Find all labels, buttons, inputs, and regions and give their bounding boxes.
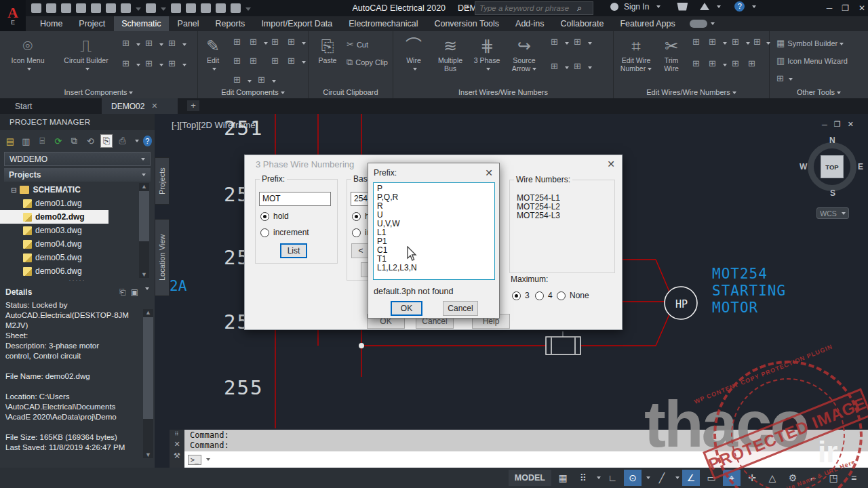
search-expand-icon[interactable]: ▸ — [467, 3, 470, 10]
wire-leader-caret-icon[interactable] — [588, 66, 592, 69]
drawing-close-icon[interactable]: ✕ — [848, 120, 854, 129]
sign-in-link[interactable]: Sign In — [624, 2, 649, 12]
wire-number-caret-icon[interactable] — [565, 66, 569, 69]
autodesk-triangle-icon[interactable] — [700, 3, 709, 10]
active-project-dropdown[interactable]: WDDEMO — [4, 152, 151, 166]
check-wire-icon[interactable]: ⊞ — [732, 58, 739, 68]
panel-label-insert-wires[interactable]: Insert Wires/Wire Numbers — [393, 88, 613, 96]
tab-demo02[interactable]: DEMO02 ✕ — [102, 98, 178, 114]
edit-attrs-icon[interactable]: ⊞ — [233, 37, 241, 47]
app-store-cart-icon[interactable] — [677, 3, 688, 11]
tab-reports[interactable]: Reports — [208, 16, 253, 31]
prefix-listbox[interactable]: P P,Q,R R U U,V,W L1 P1 C1 T1 L1,L2,L3,N — [373, 182, 495, 280]
maximum-4-radio[interactable]: 4 — [535, 291, 553, 300]
sw-caret-icon[interactable] — [723, 64, 727, 66]
palette-splitter[interactable]: ····· — [0, 278, 155, 282]
swap-block-icon[interactable]: ⊞ — [271, 56, 279, 66]
insert-terminal-caret-icon[interactable] — [159, 43, 163, 46]
tree-folder-schematic[interactable]: ⊟ SCHEMATIC — [0, 183, 155, 197]
undo-icon[interactable] — [121, 3, 131, 13]
wire-number-icon[interactable]: ⊞ — [551, 61, 558, 71]
search-icon[interactable]: ⌕ — [577, 3, 582, 14]
symbol-builder-button[interactable]: ▦Symbol Builder — [776, 38, 844, 48]
tab-close-icon[interactable]: ✕ — [151, 102, 157, 110]
isodraft-icon[interactable]: ╱ — [653, 470, 671, 486]
details-doc-icon[interactable]: ⎗ — [119, 287, 126, 297]
il-caret-icon[interactable] — [723, 42, 727, 45]
annotation-monitor-icon[interactable]: ⌐ — [804, 470, 822, 486]
compass-east[interactable]: E — [858, 162, 863, 171]
prefix-popup-close-icon[interactable]: ✕ — [485, 167, 493, 178]
cut-button[interactable]: ✂Cut — [347, 39, 368, 49]
object-snap-icon[interactable]: ⌖ — [723, 470, 741, 486]
wire-gap-caret-icon[interactable] — [588, 42, 592, 45]
customization-menu-icon[interactable]: ≡ — [845, 470, 863, 486]
insert-connector-icon[interactable]: ⊞ — [122, 58, 130, 68]
renumber-icon[interactable]: ⊞ — [748, 58, 755, 68]
open-file-icon[interactable] — [46, 3, 56, 13]
clean-screen-icon[interactable]: ◳ — [825, 470, 842, 486]
compass-west[interactable]: W — [800, 162, 807, 171]
wire-leader-icon[interactable]: ⊞ — [574, 61, 581, 71]
insert-plc-caret-icon[interactable] — [136, 43, 140, 46]
tree-item-demo02-selected[interactable]: demo02.dwg — [0, 210, 108, 224]
details-caret-icon[interactable] — [145, 287, 149, 290]
tab-panel[interactable]: Panel — [170, 16, 207, 31]
attr-caret-icon[interactable] — [272, 80, 276, 83]
three-phase-button[interactable]: ⋕ 3 Phase — [471, 36, 503, 73]
save-as-icon[interactable] — [76, 3, 86, 13]
workspace-switching-icon[interactable]: ⚙ — [784, 470, 802, 486]
new-drawing-tab-button[interactable]: + — [187, 100, 199, 111]
move-wire-number-icon[interactable]: ⊞ — [692, 58, 700, 68]
wire-gap-icon[interactable]: ⊞ — [574, 37, 581, 47]
tree-scroll-thumb[interactable] — [139, 191, 149, 241]
grid-display-icon[interactable]: ▦ — [554, 470, 572, 486]
search-input[interactable] — [475, 4, 577, 12]
attribute-tools-icon[interactable]: ⊞ — [258, 75, 265, 85]
refresh-icon[interactable]: ⟳ — [52, 134, 64, 148]
ladder-icon[interactable]: ⊞ — [551, 37, 558, 47]
insert-jumper-caret-icon[interactable] — [182, 64, 186, 66]
restore-button[interactable]: ❐ — [842, 3, 849, 13]
stretch-wire-icon[interactable]: ⊞ — [709, 58, 716, 68]
project-new-icon[interactable]: ▥ — [20, 134, 33, 148]
compass-south[interactable]: S — [830, 188, 835, 198]
other-tools-extra-button[interactable]: ⊞ — [776, 73, 793, 83]
tab-import-export[interactable]: Import/Export Data — [254, 16, 340, 31]
command-close-icon[interactable]: ✕ — [174, 440, 180, 449]
prefix-option[interactable]: P1 — [377, 237, 494, 246]
tab-home[interactable]: Home — [33, 16, 70, 31]
insert-ladder-icon[interactable]: ⊞ — [709, 37, 716, 47]
qat-customize-icon[interactable] — [245, 7, 251, 12]
wire-color-icon[interactable]: ⊞ — [732, 37, 739, 47]
maximum-none-radio[interactable]: None — [557, 291, 589, 300]
insert-splice-icon[interactable]: ⊞ — [145, 58, 153, 68]
edit-wire-number-button[interactable]: ⌗ Edit Wire Number — [616, 36, 656, 73]
edit-button[interactable]: ✎ Edit — [199, 36, 226, 73]
panel-label-insert-components[interactable]: Insert Components — [0, 88, 197, 96]
wc-caret-icon[interactable] — [746, 42, 750, 45]
tab-collaborate[interactable]: Collaborate — [553, 16, 611, 31]
details-scroll-down-icon[interactable]: ▼ — [143, 451, 153, 458]
align-icon[interactable]: ⊞ — [271, 37, 279, 47]
project-open-icon[interactable]: ▤ — [4, 134, 16, 148]
task-list-icon[interactable]: ⧉ — [68, 134, 81, 148]
icon-menu-wizard-button[interactable]: ▥Icon Menu Wizard — [776, 56, 848, 66]
dialog-close-icon[interactable]: ✕ — [607, 159, 615, 169]
prefix-popup-ok-button[interactable]: OK — [391, 301, 422, 316]
plot-publish-icon[interactable]: ⎙ — [117, 134, 129, 148]
trim-wire-button[interactable]: ✂ Trim Wire — [657, 36, 686, 73]
icon-menu-button[interactable]: ⌾ Icon Menu — [8, 36, 47, 73]
surfer-icon[interactable]: ⊞ — [288, 37, 295, 47]
lineweight-icon[interactable]: ▭ — [703, 470, 720, 486]
maximum-3-radio[interactable]: 3 — [512, 291, 530, 300]
ribbon-display-caret-icon[interactable] — [711, 22, 715, 25]
insert-splice-caret-icon[interactable] — [159, 64, 163, 66]
tab-add-ins[interactable]: Add-ins — [508, 16, 551, 31]
tab-schematic[interactable]: Schematic — [114, 16, 168, 31]
tree-item-demo05[interactable]: demo05.dwg — [0, 251, 155, 264]
delete-caret-icon[interactable] — [302, 61, 306, 64]
insert-jumper-icon[interactable]: ⊞ — [168, 58, 176, 68]
delete-component-icon[interactable]: ⊞ — [288, 56, 295, 66]
annotation-scale-icon[interactable]: △ — [764, 470, 781, 486]
